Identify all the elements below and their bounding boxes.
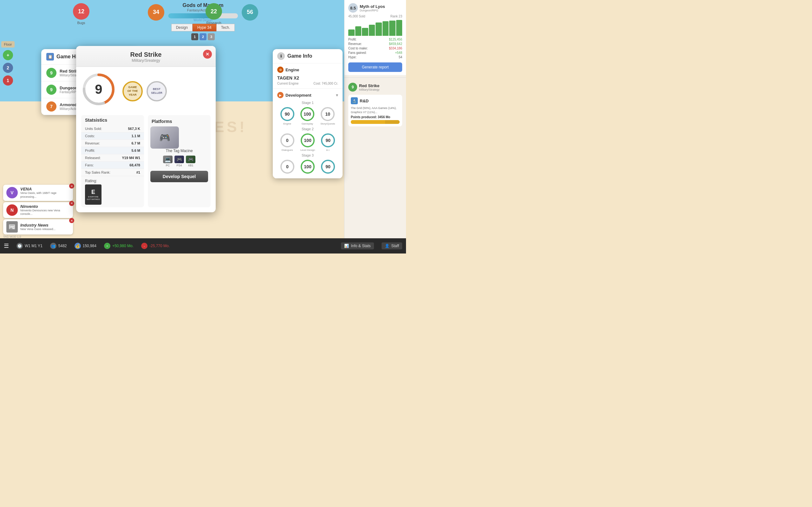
rp-divider	[345, 77, 406, 78]
stage1-story-circle: 10	[321, 107, 335, 121]
add-button[interactable]: +	[3, 50, 13, 60]
tab-hype[interactable]: Hype 34	[193, 24, 216, 32]
red-strike-modal: Red Strike Military/Sreategy ✕ 9	[76, 46, 216, 212]
stat-label-costs: Costs:	[85, 134, 95, 138]
research-counter[interactable]: 22	[206, 3, 222, 20]
menu-button[interactable]: ☰	[4, 242, 9, 249]
generate-report-button[interactable]: Generate report	[348, 62, 402, 72]
rp-revenue-label: Revenue:	[348, 42, 362, 46]
rp-stat-profit: Profit: $125,456	[348, 38, 402, 41]
stat-value-profit: 5.6 M	[131, 149, 140, 153]
stage1-gameplay-circle: 100	[300, 107, 314, 121]
info-stats-button[interactable]: 📊 Info & Stats	[341, 242, 374, 249]
engine-section: ⚙ Engine TAGEN X2 Current Engine Cost: 7…	[273, 63, 343, 89]
ps4-label: PS4	[176, 164, 182, 167]
stat-row-profit: Proffit: 5.6 M	[81, 147, 144, 154]
tab-tech[interactable]: Tech.	[216, 24, 235, 32]
modal-close-button[interactable]: ✕	[203, 50, 212, 59]
rp-stat-fans: Fans gained: +548	[348, 51, 402, 55]
news-item-2[interactable]: 📰 Industry News New Vena Oasis released.…	[3, 219, 73, 234]
awards-section: GAMEOF THEYEAR BESTSELLER	[122, 81, 167, 101]
award-badge-bestseller: BESTSELLER	[147, 81, 167, 101]
info-stats-icon: 📊	[344, 244, 349, 248]
stage1-story: 10 Story/Quests	[320, 107, 335, 125]
clock-icon: 🕐	[16, 243, 23, 249]
rp-game2-score: 9	[348, 83, 357, 92]
game-score-1: 9	[46, 84, 56, 95]
engine-name: TAGEN X2	[277, 75, 338, 80]
platforms-title: Platforms	[150, 118, 208, 126]
console-display: 🎮	[150, 126, 179, 149]
stat-row-fans: Fans: 68,478	[81, 162, 144, 169]
rp-game2-title: Red Strike	[359, 83, 380, 88]
rating-label: Rating:	[85, 179, 140, 183]
stat-value-released: Y19 M4 W1	[122, 156, 140, 160]
rd-title: R&D	[360, 99, 368, 103]
rp-sold-row: 45,000 Sold Rank 23	[348, 14, 402, 18]
rp-score-row: 8.5 Myth of Lyos Dungeon/RPG	[348, 3, 402, 13]
bugs-label: Bugs	[77, 21, 85, 25]
rd-progress-fill	[351, 120, 385, 124]
bar-6	[383, 21, 389, 36]
stat-label-fans: Fans:	[85, 163, 94, 167]
expense-icon: -	[141, 243, 148, 249]
tab-design[interactable]: Design	[171, 24, 193, 32]
rp-sold: 45,000 Sold	[348, 14, 365, 18]
stage3-circle2: 100	[301, 160, 315, 174]
modal-subtitle: Military/Sreategy	[83, 58, 209, 63]
news-item-1[interactable]: N Ninvento Ninvento Denounces new Vena c…	[3, 202, 73, 218]
pc-icon: 💻	[163, 156, 172, 163]
score-wrap: 9	[81, 72, 116, 107]
engine-section-title: Engine	[286, 67, 299, 72]
news-item-0[interactable]: V VENA Vena Oasis, with 16BIT rage proce…	[3, 185, 73, 201]
develop-sequel-button[interactable]: Develop Sequel	[150, 171, 208, 182]
console-icon: 🎮	[159, 132, 170, 143]
esrb-e-letter: E	[91, 188, 95, 196]
rd-section: 🔬 R&D The Grid (50%), AAA Games (14%), G…	[348, 95, 402, 126]
stat-value-revenue: 6.7 M	[131, 141, 140, 145]
rp-game2-info: Red Strike Military/Strategy	[359, 83, 380, 91]
money-value: 150,984	[83, 244, 96, 248]
rp-game2-genre: Military/Strategy	[359, 88, 380, 91]
floor-button[interactable]: Floor	[1, 41, 14, 48]
bugs-counter[interactable]: 12	[73, 3, 90, 20]
rp-hype-label: Hype:	[348, 55, 357, 59]
development-icon: ▶	[277, 92, 284, 98]
rp-hype-value: 54	[399, 55, 402, 59]
design-counter[interactable]: 34	[148, 4, 164, 20]
modal-body: 9 GAMEOF THEYEAR BESTSELLER Statsistics …	[76, 67, 216, 212]
engine-current-label: Current Engine	[277, 82, 299, 85]
news-close-1[interactable]: ✕	[69, 201, 74, 206]
news-content-0: VENA Vena Oasis, with 16BIT rage process…	[20, 187, 70, 199]
rp-fans-value: +548	[395, 51, 402, 55]
engine-icon: ⚙	[277, 66, 284, 73]
news-text-0: Vena Oasis, with 16BIT rage processing..…	[20, 191, 70, 199]
development-toggle[interactable]: ▾	[336, 93, 338, 98]
news-close-2[interactable]: ✕	[69, 218, 74, 223]
development-section-header: ▶ Development ▾	[277, 92, 338, 98]
expense-value: -25,770 Mo.	[149, 244, 170, 248]
stat-value-units: 567,3 K	[128, 127, 140, 130]
rp-stats: Profit: $125,456 Revenue: $459,642 Cost …	[348, 38, 402, 59]
award-badge-goty: GAMEOF THEYEAR	[122, 81, 143, 101]
rd-progress-bar	[351, 120, 400, 124]
stage1-label: Stage 1	[277, 101, 338, 105]
engine-section-header: ⚙ Engine	[277, 66, 338, 73]
rp-game-info: Myth of Lyos Dungeon/RPG	[360, 4, 385, 12]
stage3-circle1: 0	[281, 160, 294, 174]
news-logo-2: Industry News	[20, 223, 55, 228]
game-score-2: 7	[46, 101, 56, 112]
stat-row-costs: Costs: 1.1 M	[81, 132, 144, 140]
staff-button[interactable]: 👤 Staff	[382, 242, 402, 249]
floor-1-button[interactable]: 1	[3, 75, 13, 86]
xb1-icon: 🎮	[186, 156, 195, 163]
tech-counter[interactable]: 56	[242, 4, 258, 20]
stage1-gameplay: 100 Gameplay	[300, 107, 314, 125]
floor-2-button[interactable]: 2	[3, 63, 13, 73]
stage2-leveldesign-circle: 100	[301, 133, 315, 147]
stat-label-profit: Proffit:	[85, 149, 95, 153]
game-info-header: ℹ Game Info	[273, 49, 343, 63]
stage2-ai-label: A.I.	[326, 149, 330, 152]
fans-icon: 👥	[50, 243, 56, 249]
stat-value-rank: #1	[136, 170, 140, 174]
